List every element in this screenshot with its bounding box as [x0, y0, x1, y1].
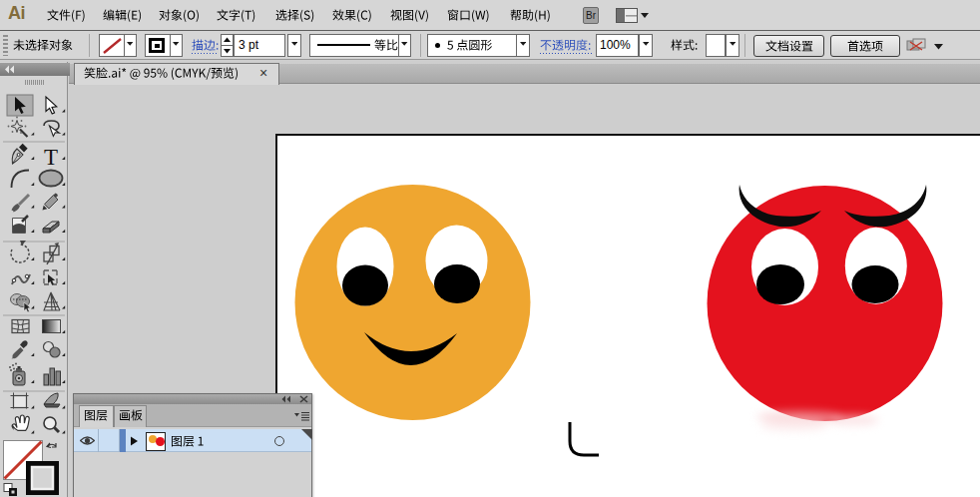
svg-text:T: T	[44, 145, 58, 170]
